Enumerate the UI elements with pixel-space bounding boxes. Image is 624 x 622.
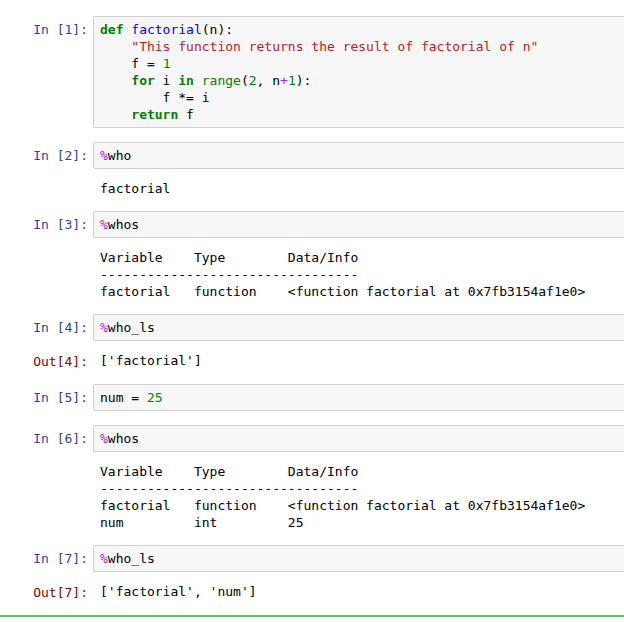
code-input-area[interactable]: %whos <box>93 425 624 452</box>
cell-input-row: In [7]:%who_ls <box>0 545 624 572</box>
input-prompt: In [1]: <box>0 16 93 38</box>
input-prompt: In [2]: <box>0 142 93 164</box>
cell-output-text: ['factorial'] <box>100 352 618 369</box>
input-prompt: In [4]: <box>0 314 93 336</box>
cell-input-row: In [2]:%who <box>0 142 624 169</box>
code-input-area[interactable]: %who_ls <box>93 545 624 572</box>
code-input-area[interactable]: %who <box>93 142 624 169</box>
selected-cell-border[interactable] <box>0 615 624 619</box>
code-source: %who_ls <box>100 550 621 567</box>
code-cell-1[interactable]: In [1]:def factorial(n): "This function … <box>0 16 624 128</box>
code-source: %who <box>100 147 621 164</box>
cell-output-row: Out[7]:['factorial', 'num'] <box>0 579 624 601</box>
cell-output-text: ['factorial', 'num'] <box>100 583 618 600</box>
code-cell-3[interactable]: In [3]:%whosVariable Type Data/Info ----… <box>0 211 624 300</box>
cell-output-text: Variable Type Data/Info ----------------… <box>100 463 618 531</box>
cell-output-text: factorial <box>100 180 618 197</box>
code-source: num = 25 <box>100 389 621 406</box>
code-cell-7[interactable]: In [7]:%who_lsOut[7]:['factorial', 'num'… <box>0 545 624 601</box>
cell-input-row: In [3]:%whos <box>0 211 624 238</box>
cell-input-row: In [6]:%whos <box>0 425 624 452</box>
code-cell-2[interactable]: In [2]:%whofactorial <box>0 142 624 197</box>
input-prompt: In [5]: <box>0 384 93 406</box>
output-area: Variable Type Data/Info ----------------… <box>93 459 624 531</box>
cell-output-text: Variable Type Data/Info ----------------… <box>100 249 618 300</box>
code-input-area[interactable]: %whos <box>93 211 624 238</box>
output-prompt: Out[4]: <box>0 348 93 370</box>
cell-input-row: In [1]:def factorial(n): "This function … <box>0 16 624 128</box>
cell-input-row: In [4]:%who_ls <box>0 314 624 341</box>
notebook: In [1]:def factorial(n): "This function … <box>0 0 624 601</box>
cell-output-row: Out[4]:['factorial'] <box>0 348 624 370</box>
output-prompt <box>0 459 93 464</box>
code-source: %who_ls <box>100 319 621 336</box>
input-prompt: In [7]: <box>0 545 93 567</box>
input-prompt: In [6]: <box>0 425 93 447</box>
input-prompt: In [3]: <box>0 211 93 233</box>
code-cell-4[interactable]: In [4]:%who_lsOut[4]:['factorial'] <box>0 314 624 370</box>
output-prompt <box>0 245 93 250</box>
output-area: ['factorial'] <box>93 348 624 369</box>
cell-output-row: Variable Type Data/Info ----------------… <box>0 459 624 531</box>
code-cell-5[interactable]: In [5]:num = 25 <box>0 384 624 411</box>
code-cell-6[interactable]: In [6]:%whosVariable Type Data/Info ----… <box>0 425 624 531</box>
cell-output-row: factorial <box>0 176 624 197</box>
code-source: %whos <box>100 430 621 447</box>
output-area: ['factorial', 'num'] <box>93 579 624 600</box>
output-prompt <box>0 176 93 181</box>
output-prompt: Out[7]: <box>0 579 93 601</box>
code-source: def factorial(n): "This function returns… <box>100 21 621 123</box>
output-area: Variable Type Data/Info ----------------… <box>93 245 624 300</box>
code-input-area[interactable]: num = 25 <box>93 384 624 411</box>
cell-output-row: Variable Type Data/Info ----------------… <box>0 245 624 300</box>
code-input-area[interactable]: def factorial(n): "This function returns… <box>93 16 624 128</box>
output-area: factorial <box>93 176 624 197</box>
code-source: %whos <box>100 216 621 233</box>
cell-input-row: In [5]:num = 25 <box>0 384 624 411</box>
code-input-area[interactable]: %who_ls <box>93 314 624 341</box>
